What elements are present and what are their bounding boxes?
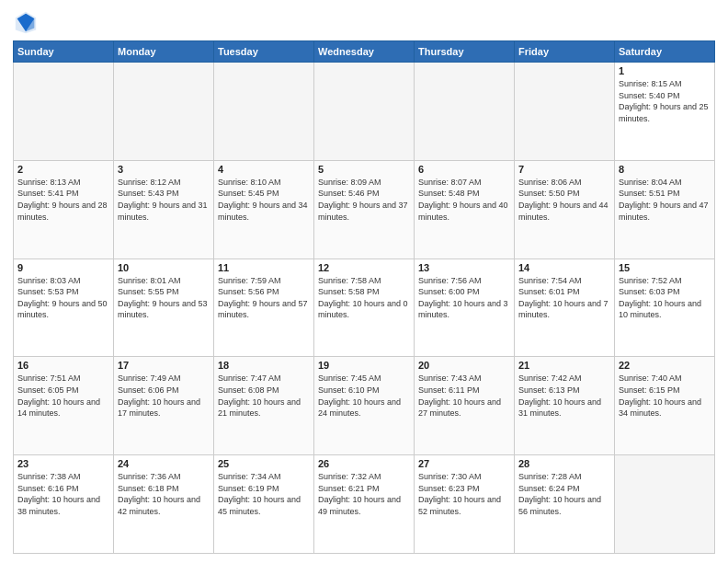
- day-cell: 15Sunrise: 7:52 AM Sunset: 6:03 PM Dayli…: [615, 259, 715, 357]
- day-cell: 21Sunrise: 7:42 AM Sunset: 6:13 PM Dayli…: [515, 357, 615, 455]
- day-number: 6: [418, 164, 510, 175]
- day-info: Sunrise: 7:40 AM Sunset: 6:15 PM Dayligh…: [619, 373, 711, 419]
- day-number: 23: [17, 458, 109, 469]
- day-info: Sunrise: 7:34 AM Sunset: 6:19 PM Dayligh…: [218, 471, 310, 517]
- day-cell: 12Sunrise: 7:58 AM Sunset: 5:58 PM Dayli…: [314, 259, 415, 357]
- day-number: 5: [318, 164, 410, 175]
- week-row-3: 9Sunrise: 8:03 AM Sunset: 5:53 PM Daylig…: [14, 259, 715, 357]
- week-row-1: 1Sunrise: 8:15 AM Sunset: 5:40 PM Daylig…: [14, 63, 715, 161]
- weekday-saturday: Saturday: [615, 41, 715, 63]
- day-cell: 28Sunrise: 7:28 AM Sunset: 6:24 PM Dayli…: [515, 455, 615, 554]
- day-info: Sunrise: 7:45 AM Sunset: 6:10 PM Dayligh…: [318, 373, 410, 419]
- day-cell: 17Sunrise: 7:49 AM Sunset: 6:06 PM Dayli…: [114, 357, 214, 455]
- day-cell: 3Sunrise: 8:12 AM Sunset: 5:43 PM Daylig…: [114, 160, 214, 259]
- day-cell: 20Sunrise: 7:43 AM Sunset: 6:11 PM Dayli…: [415, 357, 515, 455]
- day-cell: 14Sunrise: 7:54 AM Sunset: 6:01 PM Dayli…: [515, 259, 615, 357]
- weekday-friday: Friday: [515, 41, 615, 63]
- day-number: 4: [218, 164, 310, 175]
- week-row-5: 23Sunrise: 7:38 AM Sunset: 6:16 PM Dayli…: [14, 455, 715, 554]
- day-info: Sunrise: 7:52 AM Sunset: 6:03 PM Dayligh…: [619, 275, 711, 321]
- day-number: 22: [619, 360, 711, 371]
- logo: [13, 9, 40, 35]
- day-number: 15: [619, 262, 711, 273]
- day-info: Sunrise: 7:43 AM Sunset: 6:11 PM Dayligh…: [418, 373, 510, 419]
- day-cell: 22Sunrise: 7:40 AM Sunset: 6:15 PM Dayli…: [615, 357, 715, 455]
- day-info: Sunrise: 7:56 AM Sunset: 6:00 PM Dayligh…: [418, 275, 510, 321]
- header: [13, 9, 715, 35]
- day-info: Sunrise: 7:42 AM Sunset: 6:13 PM Dayligh…: [518, 373, 610, 419]
- day-info: Sunrise: 7:28 AM Sunset: 6:24 PM Dayligh…: [518, 471, 610, 517]
- day-cell: 5Sunrise: 8:09 AM Sunset: 5:46 PM Daylig…: [314, 160, 415, 259]
- day-info: Sunrise: 8:15 AM Sunset: 5:40 PM Dayligh…: [619, 78, 711, 124]
- day-cell: 10Sunrise: 8:01 AM Sunset: 5:55 PM Dayli…: [114, 259, 214, 357]
- day-number: 19: [318, 360, 410, 371]
- day-info: Sunrise: 8:10 AM Sunset: 5:45 PM Dayligh…: [218, 177, 310, 223]
- day-info: Sunrise: 7:54 AM Sunset: 6:01 PM Dayligh…: [518, 275, 610, 321]
- day-number: 20: [418, 360, 510, 371]
- calendar-table: SundayMondayTuesdayWednesdayThursdayFrid…: [13, 40, 715, 554]
- day-info: Sunrise: 7:32 AM Sunset: 6:21 PM Dayligh…: [318, 471, 410, 517]
- weekday-monday: Monday: [114, 41, 214, 63]
- day-info: Sunrise: 7:49 AM Sunset: 6:06 PM Dayligh…: [118, 373, 210, 419]
- day-cell: 9Sunrise: 8:03 AM Sunset: 5:53 PM Daylig…: [14, 259, 114, 357]
- day-info: Sunrise: 8:06 AM Sunset: 5:50 PM Dayligh…: [518, 177, 610, 223]
- day-number: 24: [118, 458, 210, 469]
- day-number: 21: [518, 360, 610, 371]
- day-number: 18: [218, 360, 310, 371]
- day-number: 3: [118, 164, 210, 175]
- day-info: Sunrise: 8:01 AM Sunset: 5:55 PM Dayligh…: [118, 275, 210, 321]
- day-info: Sunrise: 7:36 AM Sunset: 6:18 PM Dayligh…: [118, 471, 210, 517]
- week-row-2: 2Sunrise: 8:13 AM Sunset: 5:41 PM Daylig…: [14, 160, 715, 259]
- day-cell: 19Sunrise: 7:45 AM Sunset: 6:10 PM Dayli…: [314, 357, 415, 455]
- day-number: 8: [619, 164, 711, 175]
- day-info: Sunrise: 8:04 AM Sunset: 5:51 PM Dayligh…: [619, 177, 711, 223]
- day-number: 2: [17, 164, 109, 175]
- weekday-sunday: Sunday: [14, 41, 114, 63]
- day-cell: [114, 63, 214, 161]
- day-number: 12: [318, 262, 410, 273]
- day-info: Sunrise: 7:47 AM Sunset: 6:08 PM Dayligh…: [218, 373, 310, 419]
- day-number: 11: [218, 262, 310, 273]
- day-cell: [415, 63, 515, 161]
- day-cell: 1Sunrise: 8:15 AM Sunset: 5:40 PM Daylig…: [615, 63, 715, 161]
- weekday-header-row: SundayMondayTuesdayWednesdayThursdayFrid…: [14, 41, 715, 63]
- day-cell: [615, 455, 715, 554]
- day-number: 26: [318, 458, 410, 469]
- day-cell: 18Sunrise: 7:47 AM Sunset: 6:08 PM Dayli…: [214, 357, 314, 455]
- page: SundayMondayTuesdayWednesdayThursdayFrid…: [0, 0, 728, 563]
- day-info: Sunrise: 8:09 AM Sunset: 5:46 PM Dayligh…: [318, 177, 410, 223]
- day-number: 16: [17, 360, 109, 371]
- day-cell: [14, 63, 114, 161]
- day-number: 28: [518, 458, 610, 469]
- logo-icon: [13, 9, 39, 35]
- day-number: 27: [418, 458, 510, 469]
- day-cell: 11Sunrise: 7:59 AM Sunset: 5:56 PM Dayli…: [214, 259, 314, 357]
- weekday-tuesday: Tuesday: [214, 41, 314, 63]
- day-number: 25: [218, 458, 310, 469]
- day-number: 10: [118, 262, 210, 273]
- day-cell: 24Sunrise: 7:36 AM Sunset: 6:18 PM Dayli…: [114, 455, 214, 554]
- day-cell: 8Sunrise: 8:04 AM Sunset: 5:51 PM Daylig…: [615, 160, 715, 259]
- day-cell: [515, 63, 615, 161]
- day-cell: 23Sunrise: 7:38 AM Sunset: 6:16 PM Dayli…: [14, 455, 114, 554]
- week-row-4: 16Sunrise: 7:51 AM Sunset: 6:05 PM Dayli…: [14, 357, 715, 455]
- day-number: 13: [418, 262, 510, 273]
- day-cell: 26Sunrise: 7:32 AM Sunset: 6:21 PM Dayli…: [314, 455, 415, 554]
- calendar-body: 1Sunrise: 8:15 AM Sunset: 5:40 PM Daylig…: [14, 63, 715, 554]
- day-number: 14: [518, 262, 610, 273]
- day-info: Sunrise: 7:51 AM Sunset: 6:05 PM Dayligh…: [17, 373, 109, 419]
- day-cell: 16Sunrise: 7:51 AM Sunset: 6:05 PM Dayli…: [14, 357, 114, 455]
- day-cell: 27Sunrise: 7:30 AM Sunset: 6:23 PM Dayli…: [415, 455, 515, 554]
- day-cell: 25Sunrise: 7:34 AM Sunset: 6:19 PM Dayli…: [214, 455, 314, 554]
- day-info: Sunrise: 8:03 AM Sunset: 5:53 PM Dayligh…: [17, 275, 109, 321]
- day-number: 17: [118, 360, 210, 371]
- day-info: Sunrise: 7:30 AM Sunset: 6:23 PM Dayligh…: [418, 471, 510, 517]
- day-info: Sunrise: 8:13 AM Sunset: 5:41 PM Dayligh…: [17, 177, 109, 223]
- day-info: Sunrise: 7:58 AM Sunset: 5:58 PM Dayligh…: [318, 275, 410, 321]
- day-info: Sunrise: 7:38 AM Sunset: 6:16 PM Dayligh…: [17, 471, 109, 517]
- day-cell: 6Sunrise: 8:07 AM Sunset: 5:48 PM Daylig…: [415, 160, 515, 259]
- day-cell: 13Sunrise: 7:56 AM Sunset: 6:00 PM Dayli…: [415, 259, 515, 357]
- day-cell: [214, 63, 314, 161]
- weekday-wednesday: Wednesday: [314, 41, 415, 63]
- day-cell: 2Sunrise: 8:13 AM Sunset: 5:41 PM Daylig…: [14, 160, 114, 259]
